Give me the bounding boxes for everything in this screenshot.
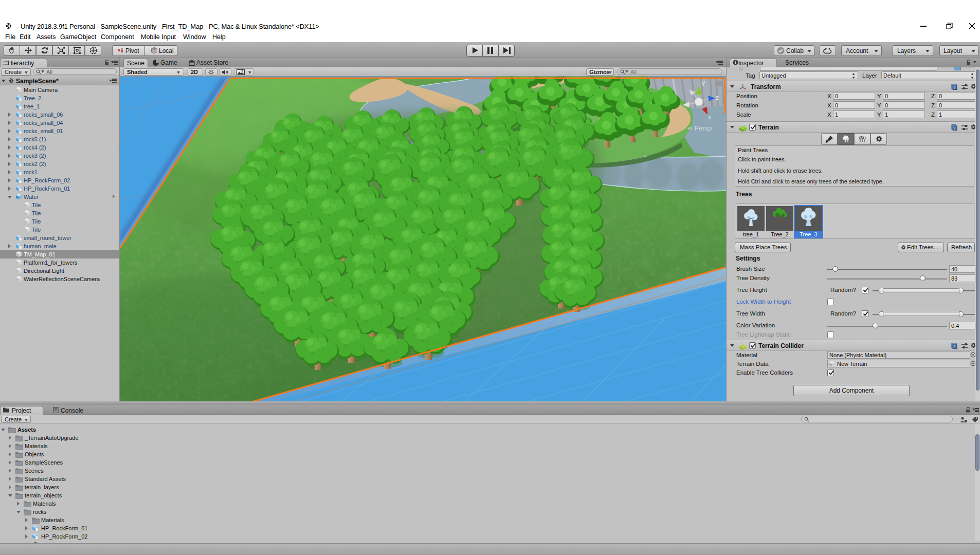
svg-text:?: ? (953, 85, 956, 90)
svg-text:z: z (716, 94, 719, 101)
svg-text:?: ? (953, 126, 956, 131)
svg-text:y: y (702, 79, 705, 86)
svg-text:⋖ Persp: ⋖ Persp (687, 124, 712, 132)
svg-text:x: x (708, 114, 711, 121)
svg-text:?: ? (953, 344, 956, 349)
